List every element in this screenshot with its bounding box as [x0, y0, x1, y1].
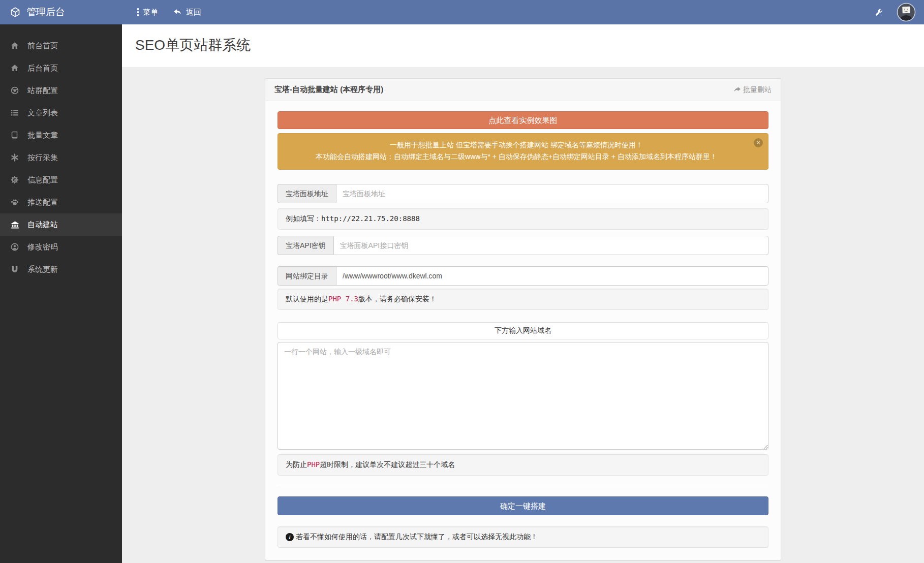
content-area: 宝塔-自动批量建站 (本程序专用) 批量删站 点此查看实例效果图 ×: [122, 67, 924, 563]
note-text: 默认使用的是: [286, 295, 328, 303]
auto-build-panel: 宝塔-自动批量建站 (本程序专用) 批量删站 点此查看实例效果图 ×: [265, 78, 781, 560]
sidebar-item-label: 系统更新: [27, 265, 58, 274]
user-circle-icon: [10, 243, 19, 251]
cube-icon: [10, 7, 20, 17]
bind-dir-input[interactable]: [336, 266, 768, 286]
sidebar: 前台首页 后台首页 站群配置: [0, 24, 122, 563]
topbar-nav: 菜单 返回: [137, 8, 875, 17]
footer-note-text: 若看不懂如何使用的话，请配置几次试下就懂了，或者可以选择无视此功能！: [296, 533, 538, 542]
asterisk-icon: [10, 153, 19, 162]
note-prefix: 例如填写：: [286, 214, 321, 223]
sidebar-item-line-collect[interactable]: 按行采集: [0, 146, 122, 169]
sidebar-item-label: 按行采集: [27, 153, 58, 163]
close-icon[interactable]: ×: [754, 138, 763, 147]
home-icon: [10, 64, 19, 72]
batch-delete-link[interactable]: 批量删站: [733, 85, 772, 95]
app-logo[interactable]: 管理后台: [0, 6, 122, 19]
info-circle-icon: i: [286, 533, 294, 541]
book-icon: [10, 131, 19, 139]
batch-delete-label: 批量删站: [743, 85, 772, 95]
sidebar-item-label: 批量文章: [27, 131, 58, 140]
home-icon: [10, 42, 19, 50]
php-version-code: PHP 7.3: [328, 295, 358, 303]
topbar-right: [875, 3, 924, 22]
gear-icon: [10, 176, 19, 184]
paw-icon: [10, 198, 19, 206]
domain-section-header: 下方输入网站域名: [278, 322, 768, 339]
sidebar-item-sitegroup-config[interactable]: 站群配置: [0, 79, 122, 102]
app-title: 管理后台: [26, 6, 65, 19]
panel-address-group: 宝塔面板地址: [278, 184, 768, 203]
alert-line-2: 本功能会自动搭建网站：自动绑定主域名与二级www与* + 自动保存伪静态+自动绑…: [287, 151, 746, 163]
reply-arrow-icon: [173, 9, 182, 16]
user-avatar[interactable]: [897, 3, 916, 22]
sidebar-item-system-update[interactable]: 系统更新: [0, 258, 122, 280]
sidebar-item-batch-articles[interactable]: 批量文章: [0, 124, 122, 146]
sidebar-item-label: 推送配置: [27, 198, 58, 207]
note-text: 超时限制，建议单次不建议超过三十个域名: [320, 460, 455, 468]
sidebar-item-label: 后台首页: [27, 64, 58, 73]
sidebar-item-info-config[interactable]: 信息配置: [0, 169, 122, 191]
footer-help-note: i 若看不懂如何使用的话，请配置几次试下就懂了，或者可以选择无视此功能！: [278, 526, 768, 548]
page-title: SEO单页站群系统: [135, 36, 924, 55]
list-icon: [10, 109, 19, 117]
menu-label: 菜单: [143, 8, 158, 17]
php-code: PHP: [307, 460, 320, 468]
panel-title: 宝塔-自动批量建站 (本程序专用): [274, 85, 383, 95]
panel-body: 点此查看实例效果图 × 一般用于想批量上站 但宝塔需要手动挨个搭建网站 绑定域名…: [265, 101, 781, 560]
panel-address-input[interactable]: [336, 184, 768, 203]
forward-arrow-icon: [733, 86, 741, 93]
bind-dir-group: 网站绑定目录: [278, 266, 768, 286]
main-content: SEO单页站群系统 宝塔-自动批量建站 (本程序专用) 批量删站: [122, 24, 924, 563]
php-version-note: 默认使用的是PHP 7.3版本，请务必确保安装！: [278, 289, 768, 310]
topbar: 管理后台 菜单 返回: [0, 0, 924, 24]
domain-limit-note: 为防止PHP超时限制，建议单次不建议超过三十个域名: [278, 454, 768, 476]
panel-address-note: 例如填写：http://22.21.75.20:8888: [278, 208, 768, 230]
sidebar-item-push-config[interactable]: 推送配置: [0, 191, 122, 213]
api-key-group: 宝塔API密钥: [278, 236, 768, 255]
note-text: 版本，请务必确保安装！: [358, 295, 437, 303]
sidebar-item-label: 文章列表: [27, 108, 58, 118]
api-key-input[interactable]: [333, 236, 768, 255]
domains-textarea[interactable]: [278, 342, 768, 450]
bank-icon: [10, 221, 19, 229]
sidebar-item-auto-build[interactable]: 自动建站: [0, 213, 122, 236]
alert-line-1: 一般用于想批量上站 但宝塔需要手动挨个搭建网站 绑定域名等麻烦情况时使用！: [287, 139, 746, 151]
back-label: 返回: [186, 8, 201, 17]
sidebar-item-label: 站群配置: [27, 86, 58, 96]
grip-icon: [137, 8, 139, 16]
divider: [278, 486, 768, 486]
back-link[interactable]: 返回: [173, 8, 201, 17]
magnet-icon: [10, 265, 19, 273]
sidebar-item-label: 前台首页: [27, 41, 58, 51]
sidebar-item-label: 修改密码: [27, 242, 58, 252]
example-url-code: http://22.21.75.20:8888: [321, 214, 420, 223]
sidebar-item-article-list[interactable]: 文章列表: [0, 102, 122, 124]
panel-heading: 宝塔-自动批量建站 (本程序专用) 批量删站: [265, 79, 781, 101]
sidebar-item-label: 自动建站: [27, 220, 58, 230]
sidebar-item-change-password[interactable]: 修改密码: [0, 236, 122, 258]
wrench-icon[interactable]: [875, 8, 883, 17]
bind-dir-label: 网站绑定目录: [278, 266, 336, 286]
panel-address-label: 宝塔面板地址: [278, 184, 336, 203]
sidebar-item-front-home[interactable]: 前台首页: [0, 35, 122, 57]
usage-alert: × 一般用于想批量上站 但宝塔需要手动挨个搭建网站 绑定域名等麻烦情况时使用！ …: [278, 133, 768, 170]
submit-build-button[interactable]: 确定一键搭建: [278, 496, 768, 515]
menu-toggle[interactable]: 菜单: [137, 8, 158, 17]
api-key-label: 宝塔API密钥: [278, 236, 333, 255]
sidebar-item-label: 信息配置: [27, 175, 58, 185]
content-header: SEO单页站群系统: [122, 24, 924, 67]
view-example-button[interactable]: 点此查看实例效果图: [278, 111, 768, 129]
sidebar-item-back-home[interactable]: 后台首页: [0, 57, 122, 79]
globe-icon: [10, 86, 19, 95]
note-text: 为防止: [286, 460, 307, 468]
